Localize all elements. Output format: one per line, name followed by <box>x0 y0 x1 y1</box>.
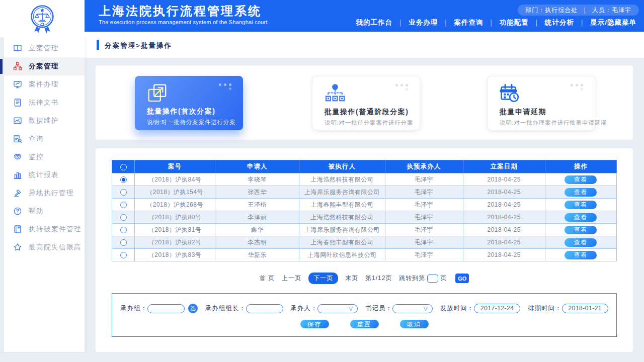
view-button[interactable]: 查看 <box>565 175 597 184</box>
sidebar-item-case-filing[interactable]: 立案管理 <box>4 39 85 57</box>
case-list-panel: 案号申请人被执行人执预承办人立案日期操作（2018）沪执84号李晓琴上海浩然科技… <box>96 148 633 352</box>
row-radio-button[interactable] <box>120 227 127 233</box>
more-dots-icon <box>395 83 412 91</box>
view-button[interactable]: 查看 <box>565 251 597 259</box>
bookmark-book-icon <box>13 225 22 234</box>
row-radio-button[interactable] <box>120 214 127 221</box>
filing-date-cell: 2018-04-25 <box>463 236 545 249</box>
sidebar-item-legal-documents[interactable]: 法律文书 <box>4 94 85 112</box>
applicant-cell: 王泽楷 <box>215 199 299 211</box>
group-select-button[interactable]: 选 <box>188 304 198 313</box>
column-header: 执预承办人 <box>385 160 463 173</box>
card-description: 说明:对一批待分案案件进行分案 <box>325 119 413 127</box>
issue-date-input[interactable]: 2017-12-24 <box>474 304 520 313</box>
case-number-cell: （2018）沪执80号 <box>135 211 215 224</box>
executee-cell: 上海春熙丰型有限公司 <box>299 236 385 249</box>
nav-toggle-menu[interactable]: 显示/隐藏菜单 <box>590 18 636 27</box>
sidebar-item-case-handling[interactable]: 案件办理 <box>4 75 85 94</box>
sidebar-item-label: 法律文书 <box>29 98 59 107</box>
card-batch-first-assign[interactable]: 批量操作(首次分案)说明:对一批待分案案件进行分案 <box>135 76 243 130</box>
table-row: （2018）沪执84号李晓琴上海浩然科技有限公司毛泽宇2018-04-25查看 <box>112 173 617 186</box>
court-emblem-icon <box>28 3 57 34</box>
handler-select[interactable]: ▽ <box>317 304 358 313</box>
user-info-badge: 部门：执行综合处｜人员：毛泽宇 <box>518 5 639 16</box>
group-input[interactable] <box>147 304 185 313</box>
view-button[interactable]: 查看 <box>565 201 597 209</box>
sidebar-item-case-assignment[interactable]: 分案管理 <box>4 57 85 75</box>
sidebar-item-remote-execution[interactable]: 异地执行管理 <box>4 184 85 202</box>
sidebar-item-label: 异地执行管理 <box>29 189 74 198</box>
action-cell: 查看 <box>545 249 616 261</box>
select-all-header <box>112 160 135 173</box>
view-button[interactable]: 查看 <box>565 188 597 197</box>
page-first-button[interactable]: 首 页 <box>260 274 275 283</box>
case-number-cell: （2018）沪执82号 <box>135 236 215 249</box>
group-leader-input[interactable] <box>246 304 283 313</box>
cancel-button[interactable]: 取消 <box>400 320 429 328</box>
table-row: （2018）沪执154号张西华上海席乐服务咨询有限公司毛泽宇2018-04-25… <box>112 186 617 199</box>
page-next-button[interactable]: 下一页 <box>308 273 338 284</box>
issue-date-field: 发放时间： 2017-12-24 <box>440 304 521 313</box>
sidebar-item-monitoring[interactable]: 监控 <box>4 148 85 166</box>
table-row: （2018）沪执83号华新乐上海网叶欣信息科技公司毛泽宇2018-04-25查看 <box>112 249 617 261</box>
view-button[interactable]: 查看 <box>565 213 597 222</box>
nav-statistics-analysis[interactable]: 统计分析 <box>545 18 574 27</box>
column-header: 案号 <box>135 160 215 173</box>
sidebar-item-data-maintenance[interactable]: 数据维护 <box>4 112 85 130</box>
sidebar-item-statistics-report[interactable]: 统计报表 <box>4 166 85 184</box>
row-radio-button[interactable] <box>120 202 127 208</box>
applicant-cell: 鑫华 <box>215 224 299 236</box>
sidebar-item-query[interactable]: 查询 <box>4 130 85 148</box>
card-description: 说明:对一批待分案案件进行分案 <box>147 119 235 126</box>
sidebar-item-bankruptcy-transfer[interactable]: 执转破案件管理 <box>4 220 85 238</box>
row-radio-button[interactable] <box>120 239 127 246</box>
table-row: （2018）沪执81号鑫华上海席乐服务咨询有限公司毛泽宇2018-04-25查看 <box>112 224 617 236</box>
radio-circle-icon[interactable] <box>120 164 127 170</box>
view-button[interactable]: 查看 <box>565 238 597 247</box>
handler-cell: 毛泽宇 <box>385 199 463 211</box>
executee-cell: 上海浩然科技有限公司 <box>299 173 385 186</box>
court-logo <box>0 0 85 37</box>
nav-case-query[interactable]: 案件查询 <box>454 18 484 27</box>
applicant-cell: 李泽丽 <box>215 211 299 224</box>
case-number-cell: （2018）沪执268号 <box>135 199 215 211</box>
go-button[interactable]: GO <box>455 274 469 283</box>
page-last-button[interactable]: 末页 <box>345 274 358 283</box>
card-title: 批量操作(首次分案) <box>147 107 215 116</box>
sidebar-item-supreme-dishonest[interactable]: 最高院失信限高 <box>4 238 85 256</box>
card-batch-normal-assign[interactable]: 批量操作(普通阶段分案)说明:对一批待分案案件进行分案 <box>312 76 420 130</box>
save-button[interactable]: 保存 <box>300 320 329 328</box>
jump-page-input[interactable] <box>427 275 438 283</box>
card-title: 批量申请延期 <box>500 108 546 117</box>
nav-function-config[interactable]: 功能配置 <box>500 18 529 27</box>
search-list-icon <box>13 134 22 143</box>
group-leader-field: 承办组组长： <box>205 304 283 313</box>
schedule-date-input[interactable]: 2018-01-21 <box>562 304 608 313</box>
sidebar-item-label: 分案管理 <box>29 62 59 71</box>
row-radio-button[interactable] <box>120 252 127 258</box>
row-radio-button[interactable] <box>120 189 127 196</box>
column-header: 被执行人 <box>299 160 385 173</box>
handler-label: 承办人： <box>290 304 317 313</box>
page-prev-button[interactable]: 上一页 <box>282 274 301 283</box>
row-radio-button[interactable] <box>120 176 127 183</box>
filing-date-cell: 2018-04-25 <box>463 199 545 211</box>
card-batch-delay-request[interactable]: 批量申请延期说明:对一批办理案件进行批量申请延期 <box>487 76 595 130</box>
reset-button[interactable]: 重置 <box>350 320 379 328</box>
clerk-select[interactable]: ▽ <box>392 304 433 313</box>
column-header: 申请人 <box>215 160 299 173</box>
view-button[interactable]: 查看 <box>565 226 597 234</box>
sidebar-item-label: 数据维护 <box>29 116 59 125</box>
row-select-cell <box>112 211 135 224</box>
sidebar-item-label: 监控 <box>29 152 44 161</box>
row-select-cell <box>112 173 135 186</box>
sidebar-item-help[interactable]: 帮助 <box>4 202 85 220</box>
column-header: 立案日期 <box>463 160 545 173</box>
row-select-cell <box>112 199 135 211</box>
handler-cell: 毛泽宇 <box>385 173 463 186</box>
filing-date-cell: 2018-04-25 <box>463 186 545 199</box>
nav-my-workbench[interactable]: 我的工作台 <box>356 18 393 27</box>
nav-business-handling[interactable]: 业务办理 <box>409 18 438 27</box>
clerk-field: 书记员： ▽ <box>365 304 433 313</box>
nav-separator: ｜ <box>579 18 586 27</box>
